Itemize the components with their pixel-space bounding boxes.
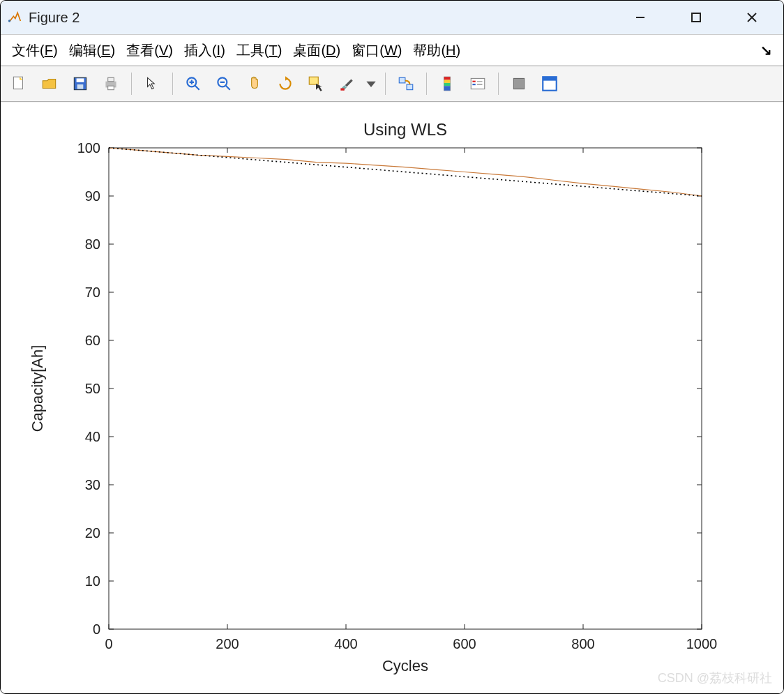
svg-rect-28 [444,77,451,80]
chart-svg: 020040060080010000102030405060708090100U… [1,103,784,694]
zoom-out-icon[interactable] [210,70,238,97]
menu-arrow-icon[interactable]: ↘ [760,42,772,59]
svg-text:80: 80 [85,236,100,252]
svg-rect-25 [399,77,405,83]
svg-line-18 [225,85,230,90]
arrow-icon[interactable] [138,70,166,97]
zoom-in-icon[interactable] [179,70,207,97]
svg-text:0: 0 [93,621,100,637]
svg-text:10: 10 [85,573,100,589]
print-icon[interactable] [97,70,125,97]
svg-text:1000: 1000 [686,636,718,651]
brush-icon[interactable] [333,70,361,97]
window-title: Figure 2 [29,10,80,26]
svg-rect-11 [108,77,114,81]
svg-text:Capacity[Ah]: Capacity[Ah] [29,345,46,432]
svg-text:50: 50 [85,381,100,396]
new-icon[interactable] [5,70,33,97]
datacursor-icon[interactable] [302,70,330,97]
svg-rect-30 [444,83,451,86]
menu-window[interactable]: 窗口(W) [352,41,402,60]
matlab-icon [8,10,22,24]
svg-rect-9 [77,84,84,89]
svg-rect-21 [309,77,318,84]
menu-desktop[interactable]: 桌面(D) [293,41,340,60]
titlebar[interactable]: Figure 2 [1,1,783,35]
plot-area[interactable]: 020040060080010000102030405060708090100U… [1,103,783,693]
svg-text:90: 90 [85,188,100,204]
menu-edit[interactable]: 编辑(E) [69,41,116,60]
svg-text:Cycles: Cycles [382,657,428,674]
svg-rect-12 [108,86,114,89]
svg-rect-23 [340,89,344,91]
svg-rect-37 [513,78,524,89]
toolbar [1,66,783,102]
maximize-button[interactable] [679,3,714,31]
svg-text:30: 30 [85,477,100,492]
menu-help[interactable]: 帮助(H) [413,41,460,60]
save-icon[interactable] [66,70,94,97]
svg-text:20: 20 [85,525,100,541]
dock-icon[interactable] [536,70,564,97]
svg-text:200: 200 [216,636,239,651]
svg-text:40: 40 [85,429,100,444]
svg-rect-26 [407,84,413,90]
svg-rect-2 [692,13,700,22]
svg-text:400: 400 [334,636,357,651]
link-icon[interactable] [392,70,420,97]
menu-view[interactable]: 查看(V) [126,41,173,60]
svg-line-22 [346,80,352,86]
dropdown-icon[interactable] [363,70,379,97]
menubar: 文件(F) 编辑(E) 查看(V) 插入(I) 工具(T) 桌面(D) 窗口(W… [1,35,783,66]
rotate-icon[interactable] [271,70,299,97]
svg-text:70: 70 [85,285,100,300]
pan-icon[interactable] [241,70,269,97]
svg-text:100: 100 [77,140,100,156]
figure-window: Figure 2 文件(F) 编辑(E) 查看(V) 插入(I) 工具(T) 桌… [0,0,784,694]
svg-rect-39 [543,77,557,80]
svg-text:60: 60 [85,333,100,348]
svg-text:0: 0 [105,636,112,651]
menu-file[interactable]: 文件(F) [12,41,58,60]
hide-plot-icon[interactable] [505,70,533,97]
close-button[interactable] [734,3,769,31]
svg-text:Using WLS: Using WLS [363,120,447,139]
minimize-button[interactable] [623,3,658,31]
svg-point-0 [8,20,10,22]
menu-insert[interactable]: 插入(I) [184,41,225,60]
svg-rect-40 [109,148,702,629]
svg-marker-20 [285,76,288,81]
open-icon[interactable] [36,70,63,97]
colorbar-icon[interactable] [433,70,461,97]
svg-text:800: 800 [571,636,594,651]
svg-rect-29 [444,80,451,83]
legend-icon[interactable] [464,70,492,97]
svg-rect-34 [472,84,475,85]
svg-rect-33 [472,81,475,82]
svg-rect-31 [444,86,451,91]
svg-rect-8 [77,78,84,82]
svg-marker-24 [366,82,375,87]
menu-tools[interactable]: 工具(T) [236,41,282,60]
svg-text:600: 600 [453,636,476,651]
svg-line-14 [195,85,199,90]
